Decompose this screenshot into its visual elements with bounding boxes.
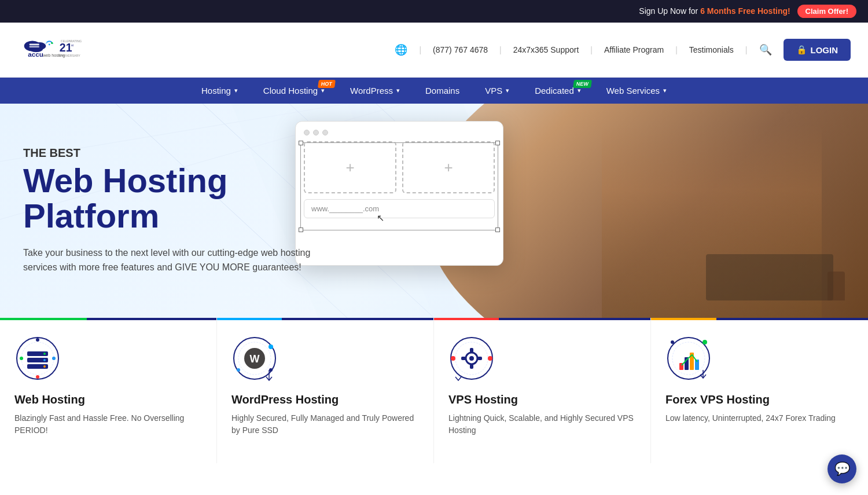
svg-point-31 xyxy=(36,375,39,379)
hero-description: Take your business to the next level wit… xyxy=(23,245,312,275)
svg-point-58 xyxy=(671,340,674,344)
cursor-icon: ↖ xyxy=(377,212,384,223)
handle-tr xyxy=(495,141,500,145)
svg-text:W: W xyxy=(250,353,260,365)
support-link[interactable]: 24x7x365 Support xyxy=(513,45,579,54)
svg-point-38 xyxy=(237,368,240,372)
nav-bar: Hosting ▾ Cloud Hosting ▾ HOT WordPress … xyxy=(0,78,868,104)
cards-section: Web Hosting Blazingly Fast and Hassle Fr… xyxy=(0,318,868,463)
card-title-web-hosting: Web Hosting xyxy=(14,393,202,406)
svg-point-57 xyxy=(703,340,707,344)
banner-highlight: 6 Months Free Hosting! xyxy=(700,6,790,16)
svg-point-6 xyxy=(51,42,53,44)
lock-icon: 🔒 xyxy=(796,45,807,55)
card-icon-vps xyxy=(448,335,636,384)
nav-item-wordpress[interactable]: WordPress ▾ xyxy=(337,78,413,104)
svg-point-28 xyxy=(43,365,46,368)
card-web-hosting: Web Hosting Blazingly Fast and Hassle Fr… xyxy=(0,318,217,463)
login-button[interactable]: 🔒 LOGIN xyxy=(784,39,851,61)
nav-item-vps[interactable]: VPS ▾ xyxy=(472,78,522,104)
search-button[interactable]: 🔍 xyxy=(759,43,772,56)
nav-item-web-services[interactable]: Web Services ▾ xyxy=(594,78,679,104)
chat-icon: 💬 xyxy=(834,461,850,463)
svg-point-30 xyxy=(52,357,56,360)
header: accu web hosting CELEBRATING 21 st ANNIV… xyxy=(0,23,868,78)
svg-point-39 xyxy=(269,368,273,372)
svg-point-50 xyxy=(488,356,492,361)
nav-item-cloud-hosting[interactable]: Cloud Hosting ▾ HOT xyxy=(251,78,337,104)
card-desc-forex: Low latency, Uninterrupted, 24x7 Forex T… xyxy=(665,412,854,424)
card-icon-wordpress: W xyxy=(231,335,419,384)
card-title-wordpress: WordPress Hosting xyxy=(231,393,419,406)
svg-text:st: st xyxy=(71,43,74,47)
card-title-vps: VPS Hosting xyxy=(448,393,636,406)
card-title-forex: Forex VPS Hosting xyxy=(665,393,854,406)
hero-content: THE BEST Web Hosting Platform Take your … xyxy=(0,123,359,298)
svg-rect-4 xyxy=(30,46,39,48)
handle-br xyxy=(495,228,500,232)
chevron-down-icon: ▾ xyxy=(234,87,238,94)
banner-text: Sign Up Now for xyxy=(639,6,700,16)
chevron-down-icon: ▾ xyxy=(506,87,509,94)
svg-point-32 xyxy=(36,338,39,342)
browser-box-2: + xyxy=(402,141,495,193)
login-label: LOGIN xyxy=(811,45,838,55)
svg-point-37 xyxy=(269,344,273,349)
svg-rect-46 xyxy=(470,364,473,369)
hero-title: Web Hosting Platform xyxy=(23,163,336,234)
top-banner: Sign Up Now for 6 Months Free Hosting! C… xyxy=(0,0,868,23)
nav-item-domains[interactable]: Domains xyxy=(413,78,472,104)
svg-point-27 xyxy=(43,359,46,361)
hero-section: THE BEST Web Hosting Platform Take your … xyxy=(0,104,868,318)
card-icon-web-hosting xyxy=(14,335,202,384)
chevron-down-icon: ▾ xyxy=(396,87,400,94)
svg-text:ANNIVERSARY: ANNIVERSARY xyxy=(59,54,81,57)
hero-right: + + ↖ www.________.com xyxy=(365,104,868,318)
card-forex-hosting: Forex VPS Hosting Low latency, Uninterru… xyxy=(651,318,868,463)
globe-icon[interactable]: 🌐 xyxy=(395,43,407,56)
card-icon-forex xyxy=(665,335,854,384)
card-wordpress-hosting: W WordPress Hosting Highly Secured, Full… xyxy=(217,318,434,463)
svg-rect-48 xyxy=(477,357,482,360)
new-badge: NEW xyxy=(573,80,592,88)
header-nav: 🌐 | (877) 767 4678 | 24x7x365 Support | … xyxy=(395,39,851,61)
chevron-down-icon: ▾ xyxy=(663,87,667,94)
svg-rect-45 xyxy=(470,348,473,353)
logo: accu web hosting CELEBRATING 21 st ANNIV… xyxy=(17,30,93,70)
nav-item-dedicated[interactable]: Dedicated ▾ NEW xyxy=(522,78,594,104)
svg-text:21: 21 xyxy=(60,41,72,54)
nav-item-hosting[interactable]: Hosting ▾ xyxy=(189,78,251,104)
svg-point-26 xyxy=(43,353,46,355)
hero-subtitle: THE BEST xyxy=(23,146,336,160)
svg-point-5 xyxy=(49,44,50,46)
logo-area[interactable]: accu web hosting CELEBRATING 21 st ANNIV… xyxy=(17,30,93,70)
card-desc-web-hosting: Blazingly Fast and Hassle Free. No Overs… xyxy=(14,412,202,437)
svg-rect-47 xyxy=(461,357,466,360)
testimonials-link[interactable]: Testimonials xyxy=(689,45,734,54)
svg-text:accu: accu xyxy=(28,50,43,58)
svg-point-49 xyxy=(451,356,455,361)
svg-rect-3 xyxy=(30,44,39,46)
claim-offer-button[interactable]: Claim Offer! xyxy=(797,5,856,18)
affiliate-link[interactable]: Affiliate Program xyxy=(604,45,664,54)
svg-point-44 xyxy=(469,356,474,361)
phone-link[interactable]: (877) 767 4678 xyxy=(433,45,488,54)
svg-point-29 xyxy=(20,357,23,360)
hot-badge: HOT xyxy=(318,80,336,88)
card-desc-wordpress: Highly Secured, Fully Managed and Truly … xyxy=(231,412,419,437)
card-desc-vps: Lightning Quick, Scalable, and Highly Se… xyxy=(448,412,636,437)
card-vps-hosting: VPS Hosting Lightning Quick, Scalable, a… xyxy=(434,318,651,463)
